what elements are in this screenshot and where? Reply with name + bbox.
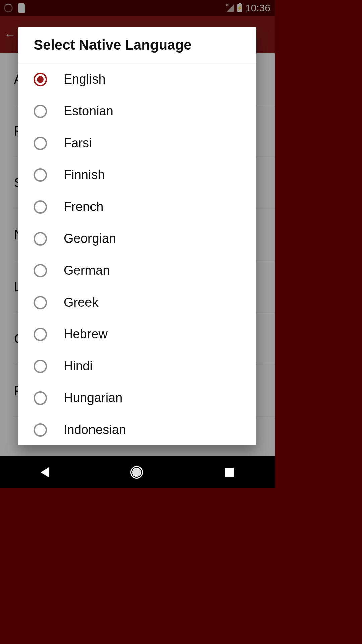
dialog-title: Select Native Language	[18, 27, 256, 63]
language-option[interactable]: Georgian	[18, 223, 256, 255]
radio-button-icon	[34, 296, 47, 309]
language-option-label: Georgian	[64, 231, 116, 246]
language-option[interactable]: Hungarian	[18, 382, 256, 414]
radio-button-icon	[34, 391, 47, 405]
language-option-label: Farsi	[64, 136, 92, 150]
language-option-label: Hungarian	[64, 391, 122, 405]
language-option-label: Hindi	[64, 359, 93, 373]
language-option[interactable]: Indonesian	[18, 414, 256, 445]
language-option-label: English	[64, 72, 106, 87]
language-option[interactable]: Farsi	[18, 127, 256, 159]
radio-button-icon	[34, 328, 47, 341]
language-option-label: Estonian	[64, 104, 113, 118]
language-option-label: Hebrew	[64, 327, 108, 341]
radio-button-icon	[34, 105, 47, 118]
navigation-bar	[0, 456, 275, 488]
language-option-label: German	[64, 263, 110, 278]
language-option-label: Greek	[64, 295, 98, 310]
select-language-dialog: Select Native Language EnglishEstonianFa…	[18, 27, 256, 445]
language-option-label: French	[64, 200, 103, 214]
radio-button-icon	[34, 200, 47, 214]
language-option[interactable]: Hindi	[18, 350, 256, 382]
language-option[interactable]: Hebrew	[18, 318, 256, 350]
language-option[interactable]: French	[18, 191, 256, 223]
radio-button-icon	[34, 73, 47, 86]
nav-back-button[interactable]	[41, 467, 49, 478]
nav-home-button[interactable]	[130, 466, 143, 479]
language-option[interactable]: Greek	[18, 286, 256, 318]
language-option[interactable]: Estonian	[18, 95, 256, 127]
radio-button-icon	[34, 232, 47, 246]
radio-button-icon	[34, 360, 47, 373]
radio-button-icon	[34, 264, 47, 277]
radio-button-icon	[34, 137, 47, 150]
language-option-label: Finnish	[64, 168, 105, 182]
language-options-list[interactable]: EnglishEstonianFarsiFinnishFrenchGeorgia…	[18, 63, 256, 445]
language-option[interactable]: German	[18, 255, 256, 286]
language-option-label: Indonesian	[64, 423, 126, 437]
language-option[interactable]: Finnish	[18, 159, 256, 191]
radio-button-icon	[34, 423, 47, 437]
nav-recent-button[interactable]	[225, 468, 234, 477]
radio-button-icon	[34, 168, 47, 182]
language-option[interactable]: English	[18, 63, 256, 95]
